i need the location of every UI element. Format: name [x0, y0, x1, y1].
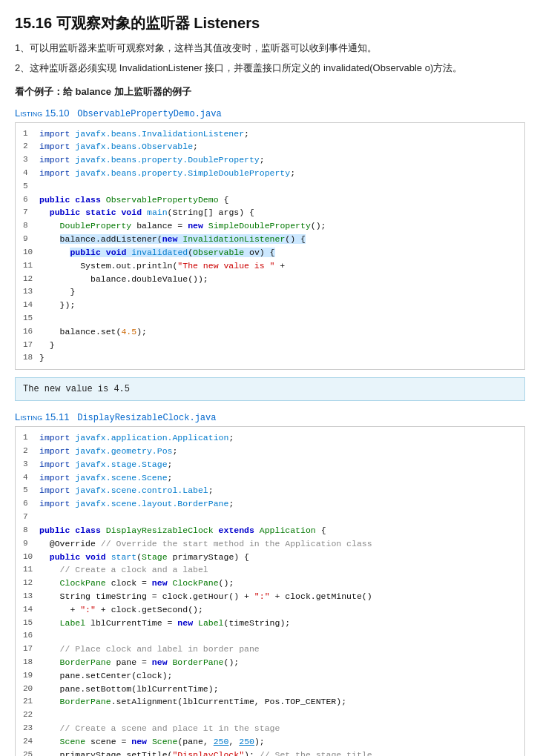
desc-line-1: 1、可以用监听器来监听可观察对象，这样当其值改变时，监听器可以收到事件通知。 — [15, 41, 525, 56]
code-line: 15 — [23, 312, 517, 325]
listing-2-title: Listing 15.11 DisplayResizableClock.java — [15, 411, 525, 423]
code-line: 6public class ObservablePropertyDemo { — [23, 193, 517, 207]
code-line: 12 balance.doubleValue()); — [23, 273, 517, 286]
code-line: 14 + ":" + clock.getSecond(); — [23, 603, 517, 617]
code-line: 25 primaryStage.setTitle("DisplayClock")… — [23, 749, 517, 756]
code-line: 13 String timeString = clock.getHour() +… — [23, 590, 517, 603]
code-line: 2import javafx.beans.Observable; — [23, 140, 517, 153]
code-line: 3import javafx.stage.Stage; — [23, 458, 517, 471]
listing-1-filename: ObservablePropertyDemo.java — [77, 109, 221, 119]
code-line: 8 DoubleProperty balance = new SimpleDou… — [23, 219, 517, 233]
code-line: 21 BorderPane.setAlignment(lblCurrentTim… — [23, 695, 517, 709]
code-block-2: 1import javafx.application.Application; … — [15, 426, 525, 756]
code-line: 8public class DisplayResizableClock exte… — [23, 524, 517, 537]
code-line: 1import javafx.application.Application; — [23, 431, 517, 445]
code-line: 13 } — [23, 285, 517, 299]
code-line: 2import javafx.geometry.Pos; — [23, 445, 517, 458]
code-line: 18} — [23, 351, 517, 365]
code-line: 23 // Create a scene and place it in the… — [23, 722, 517, 735]
code-line: 11 System.out.println("The new value is … — [23, 259, 517, 273]
code-line: 5import javafx.scene.control.Label; — [23, 484, 517, 497]
code-line: 15 Label lblCurrentTime = new Label(time… — [23, 617, 517, 630]
code-line: 4import javafx.scene.Scene; — [23, 471, 517, 485]
code-line: 20 pane.setBottom(lblCurrentTime); — [23, 683, 517, 696]
code-block-1: 1import javafx.beans.InvalidationListene… — [15, 122, 525, 371]
code-line: 14 }); — [23, 299, 517, 312]
code-line: 5 — [23, 180, 517, 193]
code-line: 18 BorderPane pane = new BorderPane(); — [23, 656, 517, 669]
code-line: 10 public void invalidated(Observable ov… — [23, 246, 517, 259]
code-line: 7 public static void main(String[] args)… — [23, 206, 517, 219]
page-title: 15.16 可观察对象的监听器 Listeners — [15, 13, 525, 33]
output-box: The new value is 4.5 — [15, 377, 525, 401]
code-line: 1import javafx.beans.InvalidationListene… — [23, 127, 517, 141]
code-line: 17 } — [23, 339, 517, 352]
code-line: 11 // Create a clock and a label — [23, 563, 517, 577]
code-line: 7 — [23, 511, 517, 524]
code-line: 17 // Place clock and label in border pa… — [23, 643, 517, 656]
code-line: 12 ClockPane clock = new ClockPane(); — [23, 577, 517, 590]
listing-1-label: Listing 15.10 — [15, 107, 69, 119]
desc-line-2: 2、这种监听器必须实现 InvalidationListener 接口，并覆盖接… — [15, 61, 525, 76]
code-line: 16 — [23, 629, 517, 643]
code-line: 24 Scene scene = new Scene(pane, 250, 25… — [23, 735, 517, 749]
code-line: 22 — [23, 709, 517, 722]
code-line: 3import javafx.beans.property.DoubleProp… — [23, 153, 517, 167]
listing-1-title: Listing 15.10 ObservablePropertyDemo.jav… — [15, 107, 525, 119]
listing-2-label: Listing 15.11 — [15, 411, 69, 422]
code-line: 9 balance.addListener(new InvalidationLi… — [23, 233, 517, 246]
code-line: 16 balance.set(4.5); — [23, 325, 517, 339]
code-line: 19 pane.setCenter(clock); — [23, 669, 517, 683]
code-line: 6import javafx.scene.layout.BorderPane; — [23, 497, 517, 511]
code-line: 9 @Override // Override the start method… — [23, 537, 517, 551]
listing-2-filename: DisplayResizableClock.java — [77, 413, 216, 423]
code-line: 4import javafx.beans.property.SimpleDoub… — [23, 167, 517, 180]
example-label: 看个例子：给 balance 加上监听器的例子 — [15, 85, 525, 99]
code-line: 10 public void start(Stage primaryStage)… — [23, 551, 517, 564]
